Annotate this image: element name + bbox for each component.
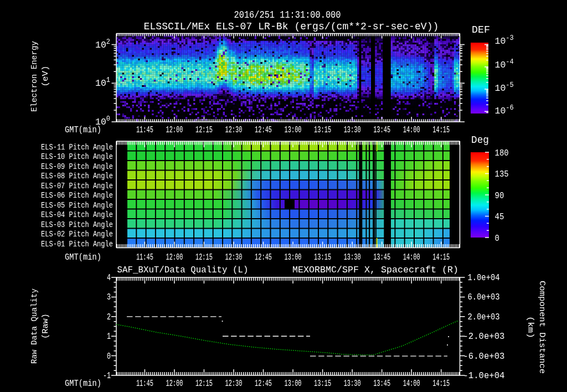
svg-text:Deg: Deg	[471, 135, 489, 146]
svg-text:(Raw): (Raw)	[41, 313, 50, 339]
svg-text:14:00: 14:00	[403, 252, 420, 262]
svg-text:ELS-07 Pitch Angle: ELS-07 Pitch Angle	[41, 182, 113, 190]
svg-text:1: 1	[107, 331, 111, 342]
svg-text:ELS-03 Pitch Angle: ELS-03 Pitch Angle	[41, 220, 113, 229]
svg-text:12:00: 12:00	[166, 378, 183, 389]
svg-text:45: 45	[495, 212, 504, 222]
svg-text:12:45: 12:45	[255, 125, 272, 135]
svg-text:2: 2	[107, 312, 111, 322]
svg-text:(km): (km)	[526, 316, 535, 338]
svg-text:ELSSCIL/MEx ELS-07 LR-Bk (erg: ELSSCIL/MEx ELS-07 LR-Bk (ergs/(cm**2-sr…	[144, 20, 439, 33]
svg-text:14:15: 14:15	[432, 252, 450, 262]
svg-text:13:00: 13:00	[285, 252, 302, 262]
svg-text:13:45: 13:45	[373, 125, 390, 135]
svg-text:-1.0e+04: -1.0e+04	[463, 370, 505, 381]
svg-text:14:15: 14:15	[432, 125, 450, 135]
svg-text:14:00: 14:00	[403, 125, 420, 135]
svg-text:13:30: 13:30	[344, 378, 361, 389]
svg-text:102: 102	[95, 38, 110, 50]
svg-text:10-5: 10-5	[495, 81, 514, 94]
svg-text:11:45: 11:45	[136, 378, 153, 389]
svg-text:-2.0e+03: -2.0e+03	[463, 331, 505, 342]
svg-text:GMT(min): GMT(min)	[65, 252, 101, 262]
svg-text:ELS-08 Pitch Angle: ELS-08 Pitch Angle	[41, 172, 113, 180]
svg-text:10-4: 10-4	[495, 58, 514, 70]
svg-text:-6.0e+03: -6.0e+03	[463, 351, 505, 362]
svg-text:13:00: 13:00	[285, 125, 302, 135]
svg-text:12:30: 12:30	[225, 125, 243, 135]
svg-text:14:00: 14:00	[403, 378, 420, 389]
svg-text:10-3: 10-3	[495, 34, 514, 47]
svg-text:12:15: 12:15	[195, 252, 213, 262]
svg-text:ELS-11 Pitch Angle: ELS-11 Pitch Angle	[41, 143, 113, 152]
svg-text:13:15: 13:15	[314, 252, 331, 262]
svg-text:101: 101	[95, 76, 110, 89]
svg-text:12:00: 12:00	[166, 252, 183, 262]
svg-text:12:45: 12:45	[255, 378, 272, 389]
svg-text:3: 3	[107, 292, 111, 302]
svg-text:GMT(min): GMT(min)	[65, 378, 101, 389]
svg-text:11:45: 11:45	[136, 252, 153, 262]
svg-text:12:15: 12:15	[195, 378, 213, 389]
svg-text:0: 0	[495, 233, 499, 244]
svg-text:Component Distance: Component Distance	[538, 281, 547, 374]
svg-text:90: 90	[495, 190, 504, 201]
svg-text:ELS-09 Pitch Angle: ELS-09 Pitch Angle	[41, 162, 113, 171]
svg-text:11:45: 11:45	[136, 125, 153, 135]
svg-text:MEXORBMC/SPF X, Spacecraft (R): MEXORBMC/SPF X, Spacecraft (R)	[292, 265, 458, 275]
svg-text:1.0e+04: 1.0e+04	[468, 272, 500, 283]
svg-text:12:30: 12:30	[225, 252, 243, 262]
svg-text:ELS-06 Pitch Angle: ELS-06 Pitch Angle	[41, 191, 113, 200]
svg-text:13:30: 13:30	[344, 125, 361, 135]
svg-text:(eV): (eV)	[41, 66, 50, 87]
svg-text:12:30: 12:30	[225, 378, 243, 389]
svg-text:14:15: 14:15	[432, 378, 450, 389]
svg-text:2016/251 11:31:00.000: 2016/251 11:31:00.000	[234, 9, 341, 21]
svg-text:12:45: 12:45	[255, 252, 272, 262]
svg-text:2.0e+03: 2.0e+03	[468, 312, 500, 322]
svg-text:10-6: 10-6	[495, 104, 514, 116]
svg-text:13:15: 13:15	[314, 125, 331, 135]
svg-text:135: 135	[495, 169, 509, 179]
svg-text:13:15: 13:15	[314, 378, 331, 389]
svg-text:12:00: 12:00	[166, 125, 183, 135]
svg-text:100: 100	[95, 115, 110, 127]
svg-text:Electron Energy: Electron Energy	[30, 41, 39, 112]
svg-text:13:45: 13:45	[373, 378, 390, 389]
svg-text:180: 180	[495, 148, 509, 158]
svg-text:13:00: 13:00	[285, 378, 302, 389]
svg-text:ELS-01 Pitch Angle: ELS-01 Pitch Angle	[41, 240, 113, 249]
svg-text:Raw Data Quality: Raw Data Quality	[30, 288, 39, 364]
svg-text:4: 4	[107, 272, 111, 283]
svg-text:ELS-02 Pitch Angle: ELS-02 Pitch Angle	[41, 230, 113, 239]
svg-text:12:15: 12:15	[195, 125, 213, 135]
svg-text:ELS-04 Pitch Angle: ELS-04 Pitch Angle	[41, 210, 113, 219]
svg-text:6.0e+03: 6.0e+03	[468, 292, 500, 302]
svg-text:ELS-10 Pitch Angle: ELS-10 Pitch Angle	[41, 152, 113, 161]
svg-text:13:30: 13:30	[344, 252, 361, 262]
svg-text:DEF: DEF	[472, 24, 490, 35]
svg-text:0: 0	[107, 351, 111, 362]
svg-text:-1: -1	[103, 370, 111, 381]
svg-text:ELS-05 Pitch Angle: ELS-05 Pitch Angle	[41, 201, 113, 210]
svg-text:SAF_BXuT/Data Quality (L): SAF_BXuT/Data Quality (L)	[117, 265, 249, 275]
svg-text:13:45: 13:45	[373, 252, 390, 262]
